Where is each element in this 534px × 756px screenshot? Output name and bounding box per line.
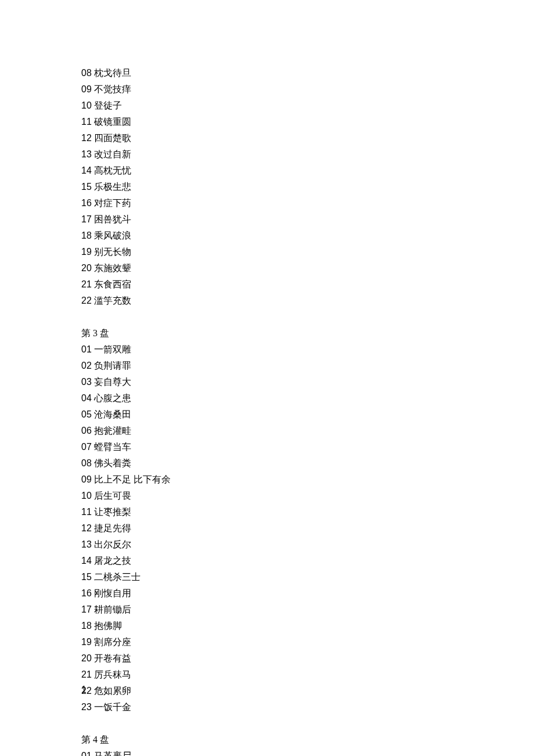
item-text: 困兽犹斗: [92, 214, 131, 224]
item-number: 23: [81, 702, 92, 712]
list-item: 14 高枕无忧: [81, 163, 453, 179]
item-text: 捷足先得: [92, 523, 131, 533]
list-item: 12 四面楚歌: [81, 130, 453, 146]
list-item: 11 破镜重圆: [81, 114, 453, 130]
list-item: 09 比上不足 比下有余: [81, 471, 453, 488]
item-text: 改过自新: [92, 149, 131, 159]
list-item: 21 东食西宿: [81, 276, 453, 293]
item-number: 22: [81, 296, 92, 305]
item-text: 一饭千金: [92, 702, 131, 712]
item-number: 10: [81, 491, 92, 501]
item-number: 12: [81, 133, 92, 143]
item-text: 耕前锄后: [92, 604, 131, 614]
item-text: 登徒子: [92, 100, 122, 110]
item-number: 10: [81, 100, 92, 110]
item-text: 妄自尊大: [92, 377, 131, 387]
list-item: 10 后生可畏: [81, 488, 453, 504]
item-number: 14: [81, 556, 92, 566]
item-number: 11: [81, 507, 92, 517]
list-item: 16 刚愎自用: [81, 585, 453, 602]
item-number: 16: [81, 198, 92, 208]
item-text: 沧海桑田: [92, 409, 131, 419]
item-number: 17: [81, 214, 92, 224]
page-number: 1: [81, 682, 86, 698]
item-number: 18: [81, 621, 92, 631]
item-number: 05: [81, 409, 92, 419]
list-item: 16 对症下药: [81, 195, 453, 211]
item-number: 20: [81, 653, 92, 663]
item-text: 刚愎自用: [92, 588, 131, 598]
disc-4-header-text: 第 4 盘: [81, 735, 109, 744]
list-item: 13 出尔反尔: [81, 537, 453, 553]
list-item: 18 乘风破浪: [81, 228, 453, 244]
list-item: 14 屠龙之技: [81, 553, 453, 569]
item-text: 开卷有益: [92, 653, 131, 663]
list-item: 04 心腹之患: [81, 390, 453, 406]
list-item: 03 妄自尊大: [81, 374, 453, 390]
item-text: 心腹之患: [92, 393, 131, 403]
item-text: 抱佛脚: [92, 621, 122, 631]
list-item: 02 负荆请罪: [81, 358, 453, 374]
item-number: 13: [81, 539, 92, 549]
item-number: 21: [81, 279, 92, 289]
list-item: 08 枕戈待旦: [81, 65, 453, 81]
item-number: 01: [81, 344, 92, 354]
list-item: 21 厉兵秣马: [81, 667, 453, 683]
item-text: 螳臂当车: [92, 442, 131, 452]
item-text: 马革裹尸: [92, 751, 131, 756]
item-number: 07: [81, 442, 92, 452]
item-text: 厉兵秣马: [92, 669, 131, 679]
item-text: 乐极生悲: [92, 182, 131, 192]
item-number: 16: [81, 588, 92, 598]
list-item: 23 一饭千金: [81, 699, 453, 715]
list-item: 22 危如累卵: [81, 683, 453, 699]
list-item: 18 抱佛脚: [81, 618, 453, 634]
item-number: 17: [81, 604, 92, 614]
item-text: 出尔反尔: [92, 539, 131, 549]
list-item: 10 登徒子: [81, 98, 453, 114]
disc-3-header: 第 3 盘: [81, 325, 453, 341]
item-number: 08: [81, 458, 92, 468]
item-number: 21: [81, 669, 92, 679]
list-item: 17 困兽犹斗: [81, 211, 453, 228]
list-item: 07 螳臂当车: [81, 439, 453, 455]
item-text: 割席分座: [92, 637, 131, 647]
item-text: 高枕无忧: [92, 165, 131, 175]
item-number: 15: [81, 572, 92, 582]
item-number: 01: [81, 751, 92, 756]
item-number: 20: [81, 263, 92, 273]
item-number: 09: [81, 84, 92, 94]
item-text: 危如累卵: [92, 686, 131, 696]
item-text: 东食西宿: [92, 279, 131, 289]
item-number: 19: [81, 247, 92, 257]
item-text: 破镜重圆: [92, 117, 131, 127]
disc-2-tail-list: 08 枕戈待旦09 不觉技痒10 登徒子11 破镜重圆12 四面楚歌13 改过自…: [81, 65, 453, 309]
item-number: 11: [81, 117, 92, 127]
list-item: 15 二桃杀三士: [81, 569, 453, 585]
page-content: 08 枕戈待旦09 不觉技痒10 登徒子11 破镜重圆12 四面楚歌13 改过自…: [0, 0, 453, 756]
disc-3-list: 01 一箭双雕02 负荆请罪03 妄自尊大04 心腹之患05 沧海桑田06 抱瓮…: [81, 341, 453, 715]
item-text: 抱瓮灌畦: [92, 426, 131, 435]
disc-4-head-list: 01 马革裹尸02 人浮于事: [81, 748, 453, 756]
item-number: 08: [81, 68, 92, 78]
list-item: 11 让枣推梨: [81, 504, 453, 520]
list-item: 01 一箭双雕: [81, 341, 453, 358]
item-text: 滥竽充数: [92, 296, 131, 305]
section-gap: [81, 715, 453, 732]
item-number: 03: [81, 377, 92, 387]
item-number: 02: [81, 361, 92, 370]
item-text: 别无长物: [92, 247, 131, 257]
disc-3-header-text: 第 3 盘: [81, 328, 109, 338]
item-text: 四面楚歌: [92, 133, 131, 143]
list-item: 05 沧海桑田: [81, 406, 453, 423]
disc-4-header: 第 4 盘: [81, 732, 453, 748]
section-gap: [81, 309, 453, 325]
list-item: 13 改过自新: [81, 146, 453, 163]
item-text: 对症下药: [92, 198, 131, 208]
item-number: 19: [81, 637, 92, 647]
item-number: 13: [81, 149, 92, 159]
list-item: 20 开卷有益: [81, 650, 453, 667]
item-number: 14: [81, 165, 92, 175]
item-text: 负荆请罪: [92, 361, 131, 370]
item-text: 不觉技痒: [92, 84, 131, 94]
